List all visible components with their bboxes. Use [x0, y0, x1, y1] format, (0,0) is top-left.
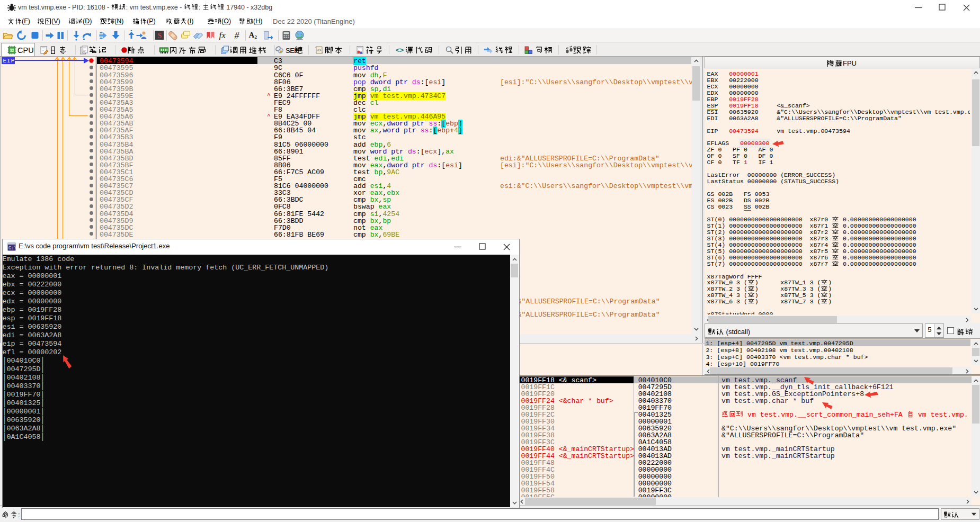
svg-text:C:\: C:\ — [8, 246, 16, 251]
svg-text:2: 2 — [255, 34, 257, 40]
svg-text:<>: <> — [396, 46, 404, 54]
svg-text:fx: fx — [219, 30, 226, 40]
svg-text:A: A — [249, 31, 255, 39]
svg-text:#: # — [235, 30, 240, 41]
svg-text:32: 32 — [10, 49, 14, 52]
svg-text:S: S — [158, 32, 162, 40]
svg-text:<>: <> — [317, 48, 321, 52]
